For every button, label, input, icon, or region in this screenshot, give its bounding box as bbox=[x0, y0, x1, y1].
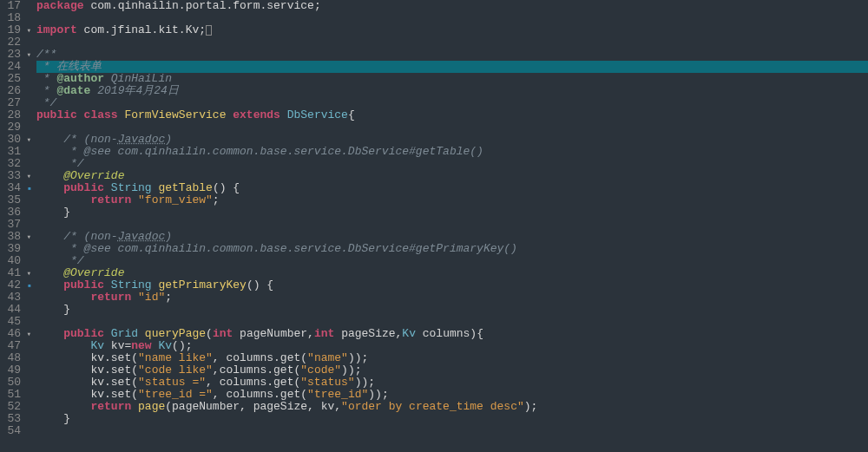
token-punct: ; bbox=[165, 291, 172, 304]
line-number: 32 bbox=[0, 158, 21, 170]
gutter-slot bbox=[26, 121, 33, 134]
token-punct: ; bbox=[314, 0, 321, 12]
line-number: 17 bbox=[0, 0, 21, 12]
code-line[interactable]: public String getPrimaryKey() { bbox=[36, 279, 868, 292]
code-line[interactable]: public class FormViewService extends DbS… bbox=[36, 109, 868, 121]
gutter-slot bbox=[26, 340, 33, 352]
code-line[interactable] bbox=[36, 316, 868, 328]
token-str: "name" bbox=[307, 351, 348, 364]
code-line[interactable]: * @date 2019年4月24日 bbox=[36, 85, 868, 97]
code-line[interactable]: } bbox=[36, 413, 868, 425]
token-punct: ( bbox=[206, 327, 213, 340]
line-number: 29 bbox=[0, 121, 21, 134]
token-kw: return bbox=[90, 400, 138, 413]
code-line[interactable] bbox=[36, 12, 868, 24]
line-number: 31 bbox=[0, 146, 21, 158]
token-punct: { bbox=[348, 108, 355, 121]
token-str: "code" bbox=[300, 364, 341, 377]
token-punct: kv= bbox=[104, 339, 131, 352]
token-punct: )); bbox=[355, 376, 375, 389]
code-line[interactable]: * 在线表单 bbox=[36, 61, 868, 73]
code-line[interactable]: /** bbox=[36, 49, 868, 61]
token-cmt: * @see com.qinhailin.common.base.service… bbox=[36, 242, 517, 255]
token-cmt: * 在线表单 bbox=[36, 60, 102, 73]
fold-icon[interactable] bbox=[26, 49, 33, 61]
code-line[interactable]: public Grid queryPage(int pageNumber,int… bbox=[36, 328, 868, 340]
code-line[interactable]: /* (non-Javadoc) bbox=[36, 231, 868, 243]
token-punct: pageNumber, bbox=[233, 327, 314, 340]
code-line[interactable] bbox=[36, 425, 868, 437]
code-line[interactable]: * @see com.qinhailin.common.base.service… bbox=[36, 243, 868, 255]
gutter-slot bbox=[26, 194, 33, 206]
code-line[interactable]: kv.set("name like", columns.get("name"))… bbox=[36, 352, 868, 364]
code-line[interactable]: */ bbox=[36, 255, 868, 267]
code-line[interactable]: kv.set("status =", columns.get("status")… bbox=[36, 377, 868, 389]
gutter-slot bbox=[26, 255, 33, 267]
code-editor[interactable]: package com.qinhailin.portal.form.servic… bbox=[33, 0, 868, 452]
gutter-slot bbox=[26, 316, 33, 328]
line-number: 19 bbox=[0, 24, 21, 36]
fold-icon[interactable] bbox=[26, 231, 33, 243]
code-line[interactable] bbox=[36, 121, 868, 134]
code-line[interactable]: /* (non-Javadoc) bbox=[36, 134, 868, 146]
code-line[interactable]: Kv kv=new Kv(); bbox=[36, 340, 868, 352]
line-number: 26 bbox=[0, 85, 21, 97]
token-punct: kv.set( bbox=[36, 351, 138, 364]
gutter-slot bbox=[26, 401, 33, 413]
code-line[interactable]: } bbox=[36, 206, 868, 219]
code-line[interactable]: @Override bbox=[36, 170, 868, 182]
line-number: 52 bbox=[0, 401, 21, 413]
code-line[interactable]: */ bbox=[36, 158, 868, 170]
fold-icon[interactable] bbox=[26, 134, 33, 146]
code-line[interactable]: kv.set("code like",columns.get("code")); bbox=[36, 364, 868, 377]
code-line[interactable]: */ bbox=[36, 97, 868, 109]
token-type: Kv bbox=[158, 339, 172, 352]
code-line[interactable] bbox=[36, 219, 868, 231]
gutter-slot bbox=[26, 97, 33, 109]
gutter-slot bbox=[26, 85, 33, 97]
token-punct: } bbox=[36, 412, 70, 425]
code-line[interactable]: import com.jfinal.kit.Kv; bbox=[36, 24, 868, 36]
token-kw: int bbox=[213, 327, 233, 340]
token-cmtWavy: Javadoc bbox=[118, 133, 166, 146]
token-str: "status =" bbox=[138, 376, 206, 389]
token-punct: , columns.get( bbox=[213, 388, 307, 401]
token-cmt: */ bbox=[36, 96, 56, 109]
line-number-gutter: 1718192223242526272829303132333435363738… bbox=[0, 0, 26, 452]
fold-icon[interactable] bbox=[26, 24, 33, 36]
gutter-slot bbox=[26, 36, 33, 49]
token-cmtWavy: Javadoc bbox=[118, 230, 166, 243]
token-punct: )); bbox=[368, 388, 388, 401]
gutter-slot bbox=[26, 425, 33, 437]
line-number: 23 bbox=[0, 49, 21, 61]
token-name: getPrimaryKey bbox=[158, 278, 246, 292]
code-line[interactable]: return page(pageNumber, pageSize, kv,"or… bbox=[36, 401, 868, 413]
code-line[interactable]: * @see com.qinhailin.common.base.service… bbox=[36, 146, 868, 158]
token-punct bbox=[138, 327, 145, 340]
line-number: 25 bbox=[0, 73, 21, 85]
code-line[interactable]: return "form_view"; bbox=[36, 194, 868, 206]
token-punct: ,columns.get( bbox=[213, 364, 300, 377]
code-line[interactable] bbox=[36, 36, 868, 49]
code-line[interactable]: package com.qinhailin.portal.form.servic… bbox=[36, 0, 868, 12]
token-punct: } bbox=[36, 303, 70, 316]
token-cmt: QinHaiLin bbox=[104, 72, 172, 85]
code-line[interactable]: return "id"; bbox=[36, 292, 868, 304]
code-line[interactable]: @Override bbox=[36, 267, 868, 279]
fold-icon[interactable] bbox=[26, 170, 33, 182]
token-punct bbox=[36, 278, 63, 292]
override-marker-icon[interactable] bbox=[26, 279, 33, 292]
token-cmt: */ bbox=[36, 157, 84, 170]
fold-icon[interactable] bbox=[26, 267, 33, 279]
token-type: String bbox=[111, 278, 152, 292]
fold-icon[interactable] bbox=[26, 328, 33, 340]
code-line[interactable]: kv.set("tree_id =", columns.get("tree_id… bbox=[36, 389, 868, 401]
code-line[interactable]: * @author QinHaiLin bbox=[36, 73, 868, 85]
override-marker-icon[interactable] bbox=[26, 182, 33, 194]
line-number: 28 bbox=[0, 109, 21, 121]
code-line[interactable]: public String getTable() { bbox=[36, 182, 868, 194]
gutter-slot bbox=[26, 292, 33, 304]
token-str: "name like" bbox=[138, 351, 213, 364]
code-line[interactable]: } bbox=[36, 304, 868, 316]
line-number: 43 bbox=[0, 292, 21, 304]
